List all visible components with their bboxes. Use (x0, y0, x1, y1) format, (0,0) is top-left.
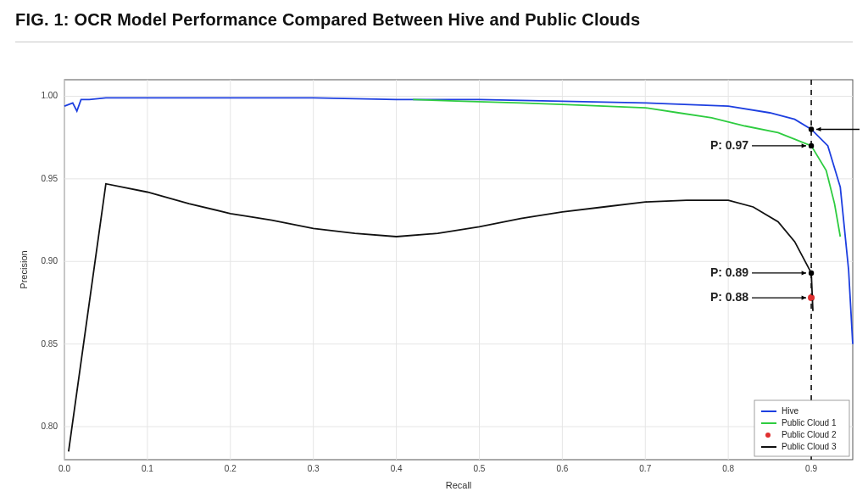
legend-item: Public Cloud 3 (782, 442, 837, 451)
svg-point-43 (809, 295, 814, 300)
svg-text:0.9: 0.9 (805, 464, 817, 473)
pr-chart: 0.00.10.20.30.40.50.60.70.80.90.800.850.… (12, 44, 860, 494)
svg-text:P: 0.89: P: 0.89 (710, 265, 748, 279)
figure-title: FIG. 1: OCR Model Performance Compared B… (15, 10, 853, 30)
svg-text:0.1: 0.1 (142, 464, 153, 473)
svg-text:1.00: 1.00 (42, 91, 58, 100)
svg-text:0.2: 0.2 (225, 464, 236, 473)
svg-text:0.6: 0.6 (556, 464, 568, 473)
svg-text:0.85: 0.85 (42, 339, 58, 349)
svg-text:0.4: 0.4 (391, 464, 403, 473)
svg-text:0.0: 0.0 (58, 464, 70, 473)
svg-text:0.7: 0.7 (639, 464, 651, 473)
svg-text:Recall: Recall (446, 480, 472, 490)
svg-text:0.3: 0.3 (308, 464, 320, 473)
svg-text:P: 0.88: P: 0.88 (710, 290, 748, 304)
svg-text:0.95: 0.95 (42, 174, 58, 183)
svg-text:0.8: 0.8 (722, 464, 734, 473)
series-line-public-cloud-1 (413, 99, 840, 237)
svg-point-40 (809, 271, 814, 276)
title-divider (15, 42, 853, 42)
svg-text:0.5: 0.5 (474, 464, 486, 473)
legend-item: Hive (782, 406, 798, 416)
svg-text:P: 0.97: P: 0.97 (710, 138, 748, 152)
series-line-hive (64, 98, 853, 343)
svg-point-34 (809, 126, 814, 131)
legend-item: Public Cloud 1 (782, 418, 837, 427)
legend-item: Public Cloud 2 (782, 430, 837, 439)
svg-point-37 (809, 143, 814, 148)
svg-point-48 (765, 433, 771, 438)
svg-text:Precision: Precision (19, 250, 29, 288)
series-line-public-cloud-3 (69, 184, 813, 452)
svg-text:0.80: 0.80 (42, 422, 58, 431)
svg-text:0.90: 0.90 (42, 256, 58, 265)
